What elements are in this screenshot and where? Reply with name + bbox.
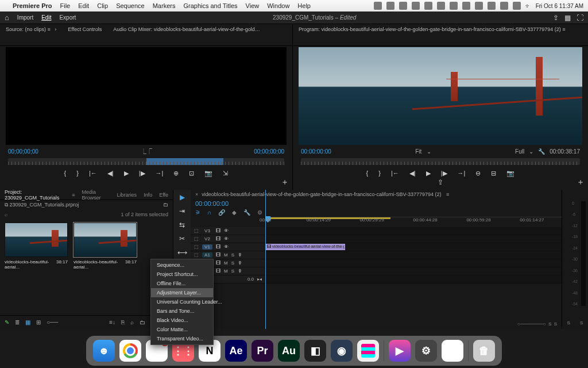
project-item[interactable]: videoblocks-beautiful-aerial...38:17 [5,223,68,270]
menu-item-bars-tone[interactable]: Bars and Tone... [151,306,213,316]
new-bin-icon[interactable]: 🗀 [140,319,145,325]
mark-out-icon[interactable]: } [76,170,79,177]
audio-mixer-tab[interactable]: Audio Clip Mixer: videoblocks-beautiful-… [107,24,268,34]
zoom-slider[interactable]: ○── [47,319,58,325]
marker-out-icon[interactable]: ⎿⎾ [141,148,152,155]
export-icon[interactable]: ⇪ [293,178,588,186]
ripple-tool-icon[interactable]: ⇆ [179,221,185,229]
menu-view[interactable]: View [246,2,260,9]
icon-view-icon[interactable]: ▦ [25,319,30,325]
home-icon[interactable]: ⌂ [5,13,9,22]
mark-in-icon[interactable]: { [64,170,67,177]
tray-icon[interactable] [399,2,407,10]
tray-icon[interactable] [475,2,483,10]
dock-trash[interactable]: 🗑 [473,340,495,362]
effect-controls-tab[interactable]: Effect Controls [62,24,107,34]
lift-icon[interactable]: ⊖ [475,170,481,177]
automate-icon[interactable]: ⎘ [121,319,125,325]
menu-clip[interactable]: Clip [97,2,108,9]
dock-app-media[interactable]: ▶ [389,340,411,362]
extract-icon[interactable]: ⊟ [491,170,496,177]
go-out-icon[interactable]: →| [458,170,466,177]
resolution-select[interactable]: Full [515,148,524,155]
mark-in-icon[interactable]: { [366,170,369,177]
step-fwd-icon[interactable]: |▶ [139,170,145,177]
menu-file[interactable]: File [60,2,70,9]
solo-icon[interactable]: S [567,320,570,325]
tray-icon[interactable] [462,2,470,10]
menu-item-counting-leader[interactable]: Universal Counting Leader... [151,297,213,306]
program-viewport[interactable] [299,47,582,145]
program-tc-left[interactable]: 00:00:00:00 [301,148,331,155]
export-frame-icon[interactable]: ⇲ [223,170,228,177]
program-tab[interactable]: Program: videoblocks-beautiful-aerial-vi… [293,24,571,34]
source-viewport[interactable] [6,47,287,145]
slip-tool-icon[interactable]: ⟷ [177,248,187,256]
menu-graphics[interactable]: Graphics and Titles [183,2,237,9]
go-in-icon[interactable]: |← [391,170,399,177]
menu-markers[interactable]: Markers [153,2,176,9]
track-header-v3[interactable]: ⬚V3🎞👁 [191,227,265,235]
app-name-menu[interactable]: Premiere Pro [13,2,52,9]
tray-icon[interactable] [437,2,445,10]
tray-icon[interactable] [488,2,496,10]
menu-item-black-video[interactable]: Black Video... [151,316,213,325]
tray-icon[interactable] [450,2,458,10]
menu-item-adjustment-layer[interactable]: Adjustment Layer... [151,288,213,297]
workspace-icon[interactable]: ▦ [564,14,571,22]
menu-help[interactable]: Help [297,2,311,9]
freeform-view-icon[interactable]: ⊞ [36,319,41,325]
tab-import[interactable]: Import [17,14,33,21]
zoom-fit-select[interactable]: Fit ⌄ [415,148,431,155]
find-icon[interactable]: ⌕ [130,319,134,325]
track-header-a1[interactable]: ⬚A1🎞MS🎙 [191,251,265,259]
menu-edit[interactable]: Edit [78,2,89,9]
tab-export[interactable]: Export [59,14,76,21]
track-select-tool-icon[interactable]: ⇥ [179,207,185,215]
insert-icon[interactable]: ⊕ [173,170,179,177]
project-tab[interactable]: Project: 230929_CGM_Tutorials [5,189,65,201]
timeline-tc[interactable]: 00:00:00:00 [191,199,562,208]
dock-app-audition[interactable]: Au [278,340,300,362]
effects-tab[interactable]: Effe [159,192,168,198]
track-header-v1[interactable]: ⬚V1🎞👁 [191,243,265,251]
selection-tool-icon[interactable]: ▶ [180,193,185,201]
play-icon[interactable]: ▶ [124,170,129,177]
dock-app-aftereffects[interactable]: Ae [225,340,247,362]
snap-icon[interactable]: ⚞ [195,209,200,216]
menu-item-transparent-video[interactable]: Transparent Video... [151,334,213,343]
menu-item-sequence[interactable]: Sequence... [151,260,213,270]
overwrite-icon[interactable]: ⊡ [189,170,194,177]
sequence-name[interactable]: videoblocks-beautiful-aerial-view-of-the… [202,191,441,197]
settings-icon[interactable]: 🔧 [243,209,250,216]
razor-tool-icon[interactable]: ✂ [179,235,185,243]
dock-app-premiere[interactable]: Pr [252,340,273,362]
dock-app-finder[interactable]: ☻ [93,340,115,362]
settings-icon[interactable]: 🔧 [538,148,545,155]
camera-icon[interactable]: 📷 [204,170,212,177]
tab-edit[interactable]: Edit [41,14,51,21]
tray-icon[interactable] [513,2,521,10]
dock-app-settings[interactable]: ⚙ [415,340,437,362]
timeline-ruler[interactable]: 00:00 00:00:14:29 00:00:29:29 00:00:44:2… [265,217,562,227]
info-tab[interactable]: Info [144,192,152,198]
search-icon[interactable]: ⌕ [5,212,13,217]
playhead-line[interactable] [265,190,266,329]
step-back-icon[interactable]: ◀| [107,170,114,177]
go-out-icon[interactable]: →| [156,170,164,177]
gear-icon[interactable]: ⚙ [257,209,262,216]
play-icon[interactable]: ▶ [426,170,431,177]
dock-app-launchpad[interactable] [357,340,379,362]
magnet-icon[interactable]: ∩ [207,209,211,216]
button-editor-icon[interactable]: ＋ [281,177,289,187]
menu-item-project-shortcut[interactable]: Project Shortcut... [151,270,213,279]
mark-out-icon[interactable]: } [378,170,381,177]
menu-item-offline-file[interactable]: Offline File... [151,279,213,288]
button-editor-icon[interactable]: ＋ [577,177,585,187]
list-view-icon[interactable]: ≣ [15,319,20,325]
timeline-lanes[interactable]: 🎞 videoblocks-beautiful-aerial-view-of-t… [265,227,562,283]
dock-app-chrome[interactable] [119,340,141,362]
bin-icon[interactable]: 🗀 [163,202,168,208]
linked-selection-icon[interactable]: 🔗 [218,209,225,216]
tray-icon[interactable] [412,2,420,10]
